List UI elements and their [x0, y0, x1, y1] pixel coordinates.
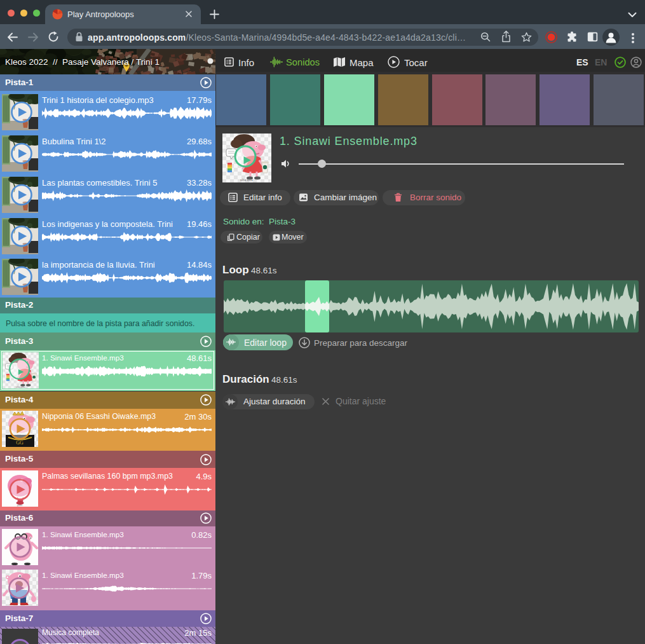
svg-text:globo: globo	[17, 504, 23, 507]
svg-text:silba silba: silba silba	[16, 386, 25, 388]
svg-text:GG: GG	[16, 440, 24, 446]
svg-text:silba silba: silba silba	[240, 179, 253, 182]
